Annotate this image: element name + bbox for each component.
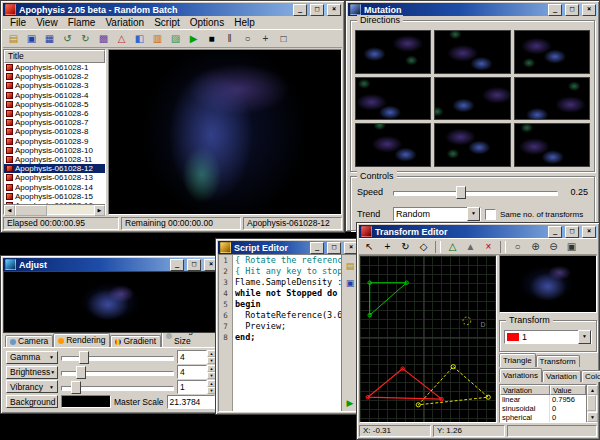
close-button[interactable]: ×: [582, 226, 596, 238]
mutation-direction-thumbnail[interactable]: [514, 77, 590, 121]
speed-slider-thumb[interactable]: [456, 186, 466, 199]
script-code-area[interactable]: 1{ Rotate the reference tr2{ Hit any key…: [219, 255, 341, 411]
script-line[interactable]: 3Flame.SampleDensity := 1;: [219, 277, 341, 288]
move-tool-icon[interactable]: +: [379, 239, 396, 255]
menu-item-help[interactable]: Help: [229, 17, 260, 28]
select-tool-icon[interactable]: ↖: [361, 239, 378, 255]
script-line[interactable]: 7 Preview;: [219, 321, 341, 332]
script-line[interactable]: 1{ Rotate the reference tr: [219, 255, 341, 266]
vscroll-thumb[interactable]: [587, 395, 596, 411]
transform-canvas[interactable]: D: [359, 255, 497, 423]
gamma-slider[interactable]: [61, 351, 174, 363]
speed-slider[interactable]: [393, 186, 558, 198]
maximize-button[interactable]: □: [327, 242, 341, 254]
maximize-button[interactable]: □: [565, 4, 579, 16]
chevron-down-icon[interactable]: ▼: [578, 330, 591, 344]
flame-list-hscrollbar[interactable]: ◀ ▶: [4, 204, 105, 214]
minimize-button[interactable]: _: [548, 226, 562, 238]
vibrancy-value[interactable]: 1: [177, 380, 207, 394]
scroll-down-icon[interactable]: ▼: [587, 412, 598, 422]
variation-value[interactable]: 0: [550, 404, 586, 413]
maximize-button[interactable]: □: [310, 4, 324, 16]
duplicate-transform-icon[interactable]: ▲: [462, 239, 479, 255]
vibrancy-button[interactable]: Vibrancy▼: [6, 380, 58, 393]
random-batch-icon[interactable]: ▩: [95, 31, 112, 47]
mutation-direction-thumbnail[interactable]: [355, 30, 431, 74]
menu-item-flame[interactable]: Flame: [63, 17, 101, 28]
script-titlebar[interactable]: Script Editor _ □ ×: [218, 241, 359, 254]
brightness-value[interactable]: 4: [177, 365, 207, 379]
menu-item-variation[interactable]: Variation: [100, 17, 149, 28]
flame-list-item[interactable]: Apophysis-061028-6: [4, 109, 105, 118]
vibrancy-slider-thumb[interactable]: [71, 381, 81, 394]
hscroll-thumb[interactable]: [15, 205, 47, 216]
rotate-tool-icon[interactable]: ↻: [397, 239, 414, 255]
flame-list-item[interactable]: Apophysis-061028-5: [4, 100, 105, 109]
save-icon[interactable]: ▣: [23, 31, 40, 47]
flame-list-header[interactable]: Title: [4, 50, 105, 63]
pause-icon[interactable]: ‖: [221, 31, 238, 47]
mutation-direction-thumbnail[interactable]: [434, 123, 510, 167]
redo-icon[interactable]: ↻: [77, 31, 94, 47]
zoom-icon[interactable]: ○: [239, 31, 256, 47]
mutation-direction-thumbnail[interactable]: [514, 30, 590, 74]
script-line[interactable]: 6 RotateReference(3.6);: [219, 310, 341, 321]
render-icon[interactable]: ▶: [185, 31, 202, 47]
tab-gradient[interactable]: Gradient: [110, 335, 161, 347]
brightness-slider-thumb[interactable]: [76, 366, 86, 379]
ttab-triangle[interactable]: Triangle: [499, 353, 536, 367]
fullscreen-icon[interactable]: □: [275, 31, 292, 47]
mutation-direction-thumbnail[interactable]: [434, 77, 510, 121]
menu-item-options[interactable]: Options: [185, 17, 229, 28]
fractal-preview[interactable]: [108, 49, 342, 215]
ttab-transform[interactable]: Transform: [536, 355, 580, 367]
minimize-button[interactable]: _: [548, 4, 562, 16]
flame-list-item[interactable]: Apophysis-061028-1: [4, 63, 105, 72]
save-all-icon[interactable]: ▦: [41, 31, 58, 47]
zoom-out-icon[interactable]: ⊖: [545, 239, 562, 255]
vibrancy-slider[interactable]: [61, 381, 174, 393]
world-pivot-icon[interactable]: ○: [509, 239, 526, 255]
flame-list-item[interactable]: Apophysis-061028-10: [4, 146, 105, 155]
fit-view-icon[interactable]: ▣: [563, 239, 580, 255]
scale-tool-icon[interactable]: ◇: [415, 239, 432, 255]
pan-icon[interactable]: +: [257, 31, 274, 47]
same-transforms-checkbox[interactable]: [485, 209, 496, 220]
flame-list-item[interactable]: Apophysis-061028-12: [4, 164, 105, 173]
vtab-variations[interactable]: Variations: [499, 368, 542, 382]
adjust-preview-area[interactable]: [3, 271, 219, 333]
script-line[interactable]: 2{ Hit any key to stop }: [219, 266, 341, 277]
variation-row[interactable]: sinusoidal0: [500, 404, 586, 413]
flame-list-item[interactable]: Apophysis-061028-14: [4, 182, 105, 191]
scroll-up-icon[interactable]: ▲: [587, 385, 598, 395]
menu-item-view[interactable]: View: [31, 17, 63, 28]
variations-scrollbar[interactable]: ▲ ▼: [586, 385, 596, 422]
variation-value[interactable]: 0.7956: [550, 395, 586, 404]
background-button[interactable]: Background: [6, 395, 58, 408]
menu-item-file[interactable]: File: [5, 17, 31, 28]
flame-list-item[interactable]: Apophysis-061028-2: [4, 72, 105, 81]
flame-list-item[interactable]: Apophysis-061028-15: [4, 192, 105, 201]
variation-column-header[interactable]: Variation: [500, 385, 550, 395]
tab-camera[interactable]: Camera: [5, 335, 53, 347]
script-line[interactable]: 4while not Stopped do: [219, 288, 341, 299]
menu-item-script[interactable]: Script: [149, 17, 185, 28]
mutation-direction-thumbnail[interactable]: [434, 30, 510, 74]
vtab-colors[interactable]: Colors: [581, 370, 600, 382]
flame-list-item[interactable]: Apophysis-061028-4: [4, 91, 105, 100]
flame-list-item[interactable]: Apophysis-061028-9: [4, 137, 105, 146]
open-icon[interactable]: ▤: [5, 31, 22, 47]
minimize-button[interactable]: _: [170, 259, 184, 271]
gamma-button[interactable]: Gamma▼: [6, 351, 58, 364]
zoom-in-icon[interactable]: ⊕: [527, 239, 544, 255]
brightness-button[interactable]: Brightness▼: [6, 366, 58, 379]
close-button[interactable]: ×: [582, 4, 596, 16]
gamma-slider-thumb[interactable]: [79, 351, 89, 364]
minimize-button[interactable]: _: [293, 4, 307, 16]
stop-icon[interactable]: ■: [203, 31, 220, 47]
adjust-titlebar[interactable]: Adjust _ □ ×: [3, 258, 219, 271]
mutation-direction-thumbnail[interactable]: [355, 123, 431, 167]
gradient-icon[interactable]: ▥: [149, 31, 166, 47]
value-column-header[interactable]: Value: [550, 385, 586, 395]
adjust-icon[interactable]: ◧: [131, 31, 148, 47]
